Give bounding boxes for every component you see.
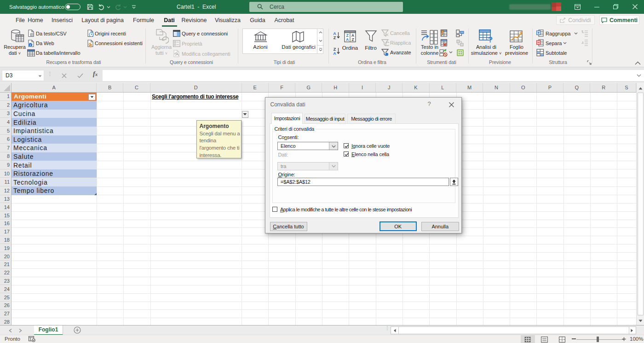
svg-text:A: A — [346, 37, 349, 42]
svg-text:Z: Z — [334, 35, 336, 40]
svg-text:?: ? — [488, 35, 493, 43]
svg-text:A: A — [333, 51, 336, 55]
svg-text:Z: Z — [351, 37, 354, 42]
svg-text:i: i — [30, 43, 31, 47]
